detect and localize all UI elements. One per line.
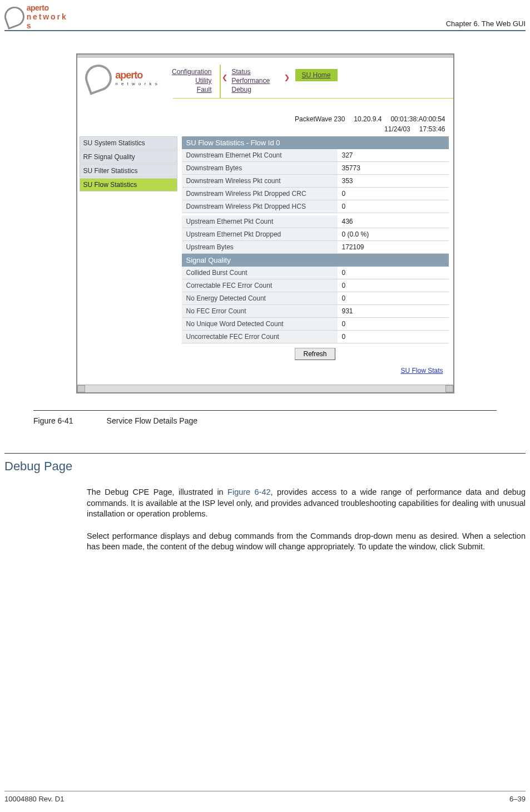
device-model: PacketWave 230: [295, 115, 345, 123]
stat-label: Downstream Bytes: [182, 162, 338, 174]
stat-value: 353: [338, 175, 449, 187]
body-paragraph-1: The Debug CPE Page, illustrated in Figur…: [0, 487, 530, 531]
refresh-button[interactable]: Refresh: [295, 348, 335, 360]
gui-logo-subtext: n e t w o r k s: [115, 81, 158, 86]
device-date: 11/24/03: [384, 125, 410, 133]
main-panel: SU Flow Statistics - Flow Id 0 Downstrea…: [177, 136, 449, 379]
stat-label: Collided Burst Count: [182, 267, 338, 279]
sidebar: SU System Statistics RF Signal Quality S…: [77, 136, 177, 379]
logo-swirl-icon: [2, 4, 27, 29]
stat-label: No FEC Error Count: [182, 305, 338, 317]
table-title: SU Flow Statistics - Flow Id 0: [182, 136, 449, 149]
stat-value: 0: [338, 200, 449, 213]
nav-group-right: Status Performance Debug: [221, 65, 282, 98]
nav-performance[interactable]: Performance: [232, 77, 274, 85]
stat-value: 0: [338, 279, 449, 292]
sidebar-item-system-stats[interactable]: SU System Statistics: [80, 136, 177, 150]
header-rule: [4, 30, 526, 31]
device-time: 17:53:46: [419, 125, 445, 133]
stat-label: Upstream Bytes: [182, 241, 338, 253]
sidebar-item-flow-stats[interactable]: SU Flow Statistics: [80, 178, 177, 191]
logo-swirl-icon: [81, 61, 116, 95]
device-ip: 10.20.9.4: [354, 115, 382, 123]
logo-text: aperto: [27, 3, 71, 12]
stat-label: Downstream Wireless Pkt Dropped HCS: [182, 200, 338, 213]
horizontal-scrollbar[interactable]: [77, 385, 453, 392]
section-heading: Debug Page: [0, 454, 530, 487]
stat-label: Upstream Ethernet Pkt Dropped: [182, 228, 338, 240]
stat-value: 172109: [338, 241, 449, 253]
stat-label: Correctable FEC Error Count: [182, 279, 338, 292]
stat-value: 0 (0.0 %): [338, 228, 449, 240]
sidebar-item-filter-stats[interactable]: SU Filter Statistics: [80, 164, 177, 178]
nav-configuration[interactable]: Configuration: [170, 68, 212, 76]
stat-value: 0: [338, 188, 449, 200]
footer-docid: 10004880 Rev. D1: [4, 795, 64, 803]
stat-value: 0: [338, 267, 449, 279]
sidebar-item-rf-signal[interactable]: RF Signal Quality: [80, 150, 177, 164]
chapter-title: Chapter 6. The Web GUI: [446, 19, 526, 28]
stat-label: Downstream Ethernet Pkt Count: [182, 149, 338, 161]
figure-title: Service Flow Details Page: [107, 416, 197, 425]
stat-value: 0: [338, 331, 449, 343]
scroll-right-icon[interactable]: [445, 385, 453, 392]
gui-logo-text: aperto: [115, 70, 158, 81]
footer-page-number: 6–39: [509, 795, 526, 803]
stat-value: 931: [338, 305, 449, 317]
device-mac: 00:01:38:A0:00:54: [390, 115, 445, 123]
stat-label: Downstream Wireless Pkt count: [182, 175, 338, 187]
su-home-button[interactable]: SU Home: [295, 69, 338, 81]
stat-label: Uncorrectable FEC Error Count: [182, 331, 338, 343]
stat-value: 0: [338, 292, 449, 304]
figure-reference: Figure 6-42: [227, 488, 271, 496]
stat-value: 436: [338, 215, 449, 228]
stat-value: 0: [338, 318, 449, 330]
scroll-left-icon[interactable]: [77, 385, 85, 392]
nav-utility[interactable]: Utility: [170, 77, 212, 85]
stat-label: No Unique Word Detected Count: [182, 318, 338, 330]
nav-status[interactable]: Status: [232, 68, 274, 76]
nav-fault[interactable]: Fault: [170, 86, 212, 93]
stat-label: No Energy Detected Count: [182, 292, 338, 304]
stat-label: Downstream Wireless Pkt Dropped CRC: [182, 188, 338, 200]
body-paragraph-2: Select performance displays and debug co…: [0, 531, 530, 564]
web-gui-screenshot: aperto n e t w o r k s Configuration Uti…: [76, 53, 454, 393]
doc-logo: aperto n e t w o r k s: [4, 6, 71, 28]
section-signal-quality: Signal Quality: [182, 254, 449, 267]
logo-subtext: n e t w o r k s: [27, 12, 71, 30]
su-flow-stats-link[interactable]: SU Flow Stats: [400, 367, 443, 375]
nav-debug[interactable]: Debug: [232, 86, 274, 93]
gui-logo: aperto n e t w o r k s: [82, 61, 162, 95]
nav-group-left: Configuration Utility Fault: [162, 65, 221, 98]
stat-label: Upstream Ethernet Pkt Count: [182, 215, 338, 228]
figure-number: Figure 6-41: [33, 416, 73, 425]
stat-value: 327: [338, 149, 449, 161]
stat-value: 35773: [338, 162, 449, 174]
